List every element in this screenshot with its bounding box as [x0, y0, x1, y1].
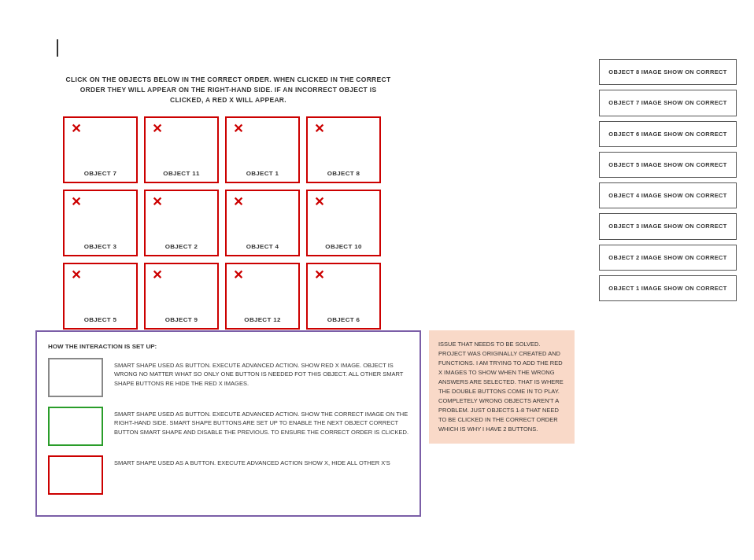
object-cell-4[interactable]: ✕ OBJECT 4	[225, 190, 300, 256]
red-x-icon: ✕	[314, 123, 324, 135]
info-row-red: SMART SHAPE USED AS A BUTTON. EXECUTE AD…	[48, 455, 408, 495]
rp-btn-obj7[interactable]: OBJECT 7 IMAGE SHOW ON CORRECT	[599, 90, 737, 116]
object-cell-1[interactable]: ✕ OBJECT 1	[225, 116, 300, 183]
red-x-icon: ✕	[152, 123, 162, 135]
object-cell-3[interactable]: ✕ OBJECT 3	[63, 190, 138, 256]
info-text-green: SMART SHAPE USED AS BUTTON. EXECUTE ADVA…	[114, 407, 408, 437]
red-x-icon: ✕	[71, 196, 81, 208]
object-cell-7[interactable]: ✕ OBJECT 7	[63, 116, 138, 183]
green-shape	[48, 407, 103, 446]
object-label: OBJECT 4	[246, 243, 279, 250]
object-cell-10[interactable]: ✕ OBJECT 10	[306, 190, 381, 256]
object-cell-5[interactable]: ✕ OBJECT 5	[63, 263, 138, 330]
object-label: OBJECT 1	[246, 170, 279, 177]
instructions-text: CLICK ON THE OBJECTS BELOW IN THE CORREC…	[63, 75, 394, 105]
red-x-icon: ✕	[314, 196, 324, 208]
right-panel: OBJECT 8 IMAGE SHOW ON CORRECT OBJECT 7 …	[599, 59, 737, 306]
object-label: OBJECT 5	[84, 316, 117, 323]
object-cell-6[interactable]: ✕ OBJECT 6	[306, 263, 381, 330]
object-label: OBJECT 7	[84, 170, 117, 177]
red-x-icon: ✕	[233, 196, 243, 208]
info-text-plain: SMART SHAPE USED AS BUTTON. EXECUTE ADVA…	[114, 358, 408, 388]
rp-btn-obj3[interactable]: OBJECT 3 IMAGE SHOW ON CORRECT	[599, 213, 737, 239]
object-label: OBJECT 11	[163, 170, 199, 177]
object-label: OBJECT 3	[84, 243, 117, 250]
rp-btn-obj2[interactable]: OBJECT 2 IMAGE SHOW ON CORRECT	[599, 245, 737, 271]
red-shape	[48, 455, 103, 495]
object-label: OBJECT 2	[165, 243, 198, 250]
object-grid: ✕ OBJECT 7 ✕ OBJECT 11 ✕ OBJECT 1 ✕ OBJE…	[63, 116, 381, 330]
rp-btn-obj1[interactable]: OBJECT 1 IMAGE SHOW ON CORRECT	[599, 275, 737, 301]
info-box: HOW THE INTERACTION IS SET UP: SMART SHA…	[35, 330, 421, 517]
info-row-plain: SMART SHAPE USED AS BUTTON. EXECUTE ADVA…	[48, 358, 408, 397]
object-cell-11[interactable]: ✕ OBJECT 11	[144, 116, 219, 183]
plain-shape	[48, 358, 103, 397]
rp-btn-obj4[interactable]: OBJECT 4 IMAGE SHOW ON CORRECT	[599, 182, 737, 208]
red-x-icon: ✕	[71, 269, 81, 282]
rp-btn-obj8[interactable]: OBJECT 8 IMAGE SHOW ON CORRECT	[599, 59, 737, 85]
issue-text: ISSUE THAT NEEDS TO BE SOLVED. PROJECT W…	[438, 340, 565, 434]
object-label: OBJECT 6	[327, 316, 360, 323]
object-cell-12[interactable]: ✕ OBJECT 12	[225, 263, 300, 330]
red-x-icon: ✕	[233, 123, 243, 135]
issue-box: ISSUE THAT NEEDS TO BE SOLVED. PROJECT W…	[429, 330, 575, 444]
object-cell-2[interactable]: ✕ OBJECT 2	[144, 190, 219, 256]
object-label: OBJECT 12	[244, 316, 280, 323]
cursor-line	[57, 39, 58, 57]
rp-btn-obj6[interactable]: OBJECT 6 IMAGE SHOW ON CORRECT	[599, 121, 737, 147]
info-box-title: HOW THE INTERACTION IS SET UP:	[48, 343, 408, 350]
red-x-icon: ✕	[233, 269, 243, 282]
info-row-green: SMART SHAPE USED AS BUTTON. EXECUTE ADVA…	[48, 407, 408, 446]
object-label: OBJECT 9	[165, 316, 198, 323]
info-text-red: SMART SHAPE USED AS A BUTTON. EXECUTE AD…	[114, 455, 390, 467]
object-label: OBJECT 10	[325, 243, 361, 250]
rp-btn-obj5[interactable]: OBJECT 5 IMAGE SHOW ON CORRECT	[599, 152, 737, 178]
red-x-icon: ✕	[314, 269, 324, 282]
red-x-icon: ✕	[152, 196, 162, 208]
red-x-icon: ✕	[152, 269, 162, 282]
object-label: OBJECT 8	[327, 170, 360, 177]
object-cell-8[interactable]: ✕ OBJECT 8	[306, 116, 381, 183]
red-x-icon: ✕	[71, 123, 81, 135]
object-cell-9[interactable]: ✕ OBJECT 9	[144, 263, 219, 330]
